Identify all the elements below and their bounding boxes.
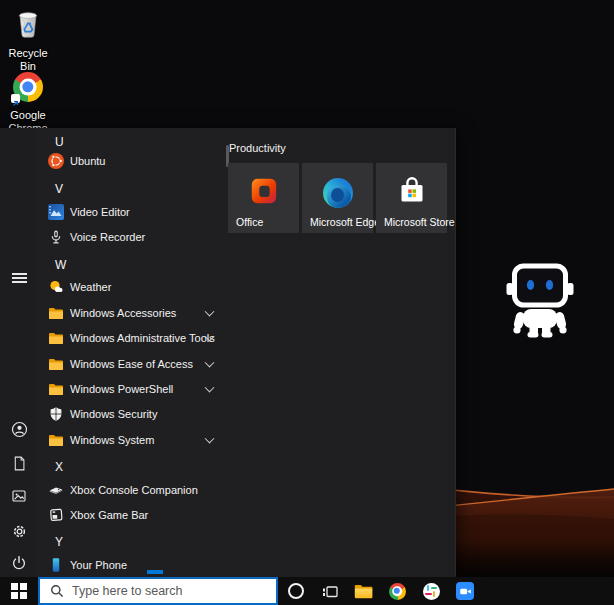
folder-icon [48,432,64,448]
task-view-button[interactable] [315,577,345,605]
taskbar [0,577,614,605]
app-item-label: Ubuntu [70,155,105,167]
folder-icon [48,356,64,372]
folder-icon [48,305,64,321]
section-letter-label: W [55,258,66,272]
app-item-windows-security[interactable]: Windows Security [36,402,228,426]
video-editor-icon [48,204,64,220]
desktop-icon-recycle-bin[interactable]: Recycle Bin [0,6,56,72]
taskbar-search-box[interactable] [38,577,278,605]
folder-item-windows-ease-of-access[interactable]: Windows Ease of Access [36,352,228,376]
section-letter-label: X [55,460,63,474]
folder-item-windows-accessories[interactable]: Windows Accessories [36,301,228,325]
app-item-xbox-console-companion[interactable]: Xbox Console Companion [36,478,228,502]
xbox-gamebar-icon [48,507,64,523]
app-item-your-phone[interactable]: Your Phone [36,553,228,577]
tile-label: Office [236,216,263,228]
folder-item-label: Windows PowerShell [70,383,173,395]
app-item-label: Xbox Game Bar [70,509,148,521]
document-icon [12,456,27,471]
app-item-weather[interactable]: Weather [36,275,228,299]
tile-area: Productivity Office [228,142,450,233]
voice-recorder-icon [48,229,64,245]
settings-button[interactable] [10,522,28,540]
pictures-button[interactable] [10,487,28,505]
folder-item-windows-powershell[interactable]: Windows PowerShell [36,377,228,401]
desktop: Recycle Bin Google Chrome [0,0,614,605]
file-explorer-icon [354,584,373,599]
robot-logo [506,262,574,340]
chevron-down-icon [205,358,215,368]
edge-logo-icon [323,178,353,208]
power-button[interactable] [10,554,28,572]
hamburger-icon [12,271,27,285]
app-item-ubuntu[interactable]: Ubuntu [36,149,228,173]
folder-icon [48,330,64,346]
folder-item-label: Windows System [70,434,154,446]
user-account-button[interactable] [10,420,28,438]
cortana-icon [288,583,304,599]
cortana-button[interactable] [281,577,311,605]
section-letter-y[interactable]: Y [36,530,228,554]
app-item-label: Your Phone [70,559,127,571]
app-item-xbox-game-bar[interactable]: Xbox Game Bar [36,503,228,527]
search-icon [50,584,64,598]
app-item-label: Video Editor [70,206,130,218]
file-explorer-button[interactable] [348,577,378,605]
documents-button[interactable] [10,454,28,472]
tile-microsoft-edge[interactable]: Microsoft Edge [302,163,373,233]
pictures-icon [11,488,27,504]
start-menu-rail [0,128,36,577]
tile-group-title[interactable]: Productivity [229,142,450,154]
user-icon [11,421,28,438]
folder-item-label: Windows Administrative Tools [70,332,215,344]
app-item-label: Voice Recorder [70,231,145,243]
chevron-down-icon [205,434,215,444]
zoom-icon [456,582,474,600]
folder-item-label: Windows Accessories [70,307,176,319]
section-letter-x[interactable]: X [36,455,228,479]
slack-button[interactable] [416,577,446,605]
search-input[interactable] [72,584,276,598]
app-item-video-editor[interactable]: Video Editor [36,200,228,224]
folder-item-label: Windows Ease of Access [70,358,193,370]
folder-item-windows-administrative-tools[interactable]: Windows Administrative Tools [36,326,228,350]
start-button[interactable] [0,577,38,605]
tile-microsoft-store[interactable]: Microsoft Store [376,163,447,233]
slack-icon [423,583,440,600]
app-item-label: Weather [70,281,111,293]
chrome-icon [389,583,406,600]
power-icon [11,555,27,571]
app-item-label: Xbox Console Companion [70,484,198,496]
task-view-icon [322,583,339,600]
recycle-bin-icon [12,6,44,40]
shield-icon [48,406,64,422]
tile-office[interactable]: Office [228,163,299,233]
chevron-down-icon [205,307,215,317]
xbox-console-icon [48,482,64,498]
desktop-icon-label: Recycle Bin [0,47,56,72]
desktop-icon-google-chrome[interactable]: Google Chrome [0,72,56,134]
office-logo-icon [249,176,279,210]
chevron-down-icon [205,383,215,393]
section-letter-w[interactable]: W [36,253,228,277]
shortcut-arrow-icon [11,94,20,103]
folder-item-windows-system[interactable]: Windows System [36,428,228,452]
store-logo-icon [397,176,427,210]
phone-icon [48,557,64,573]
app-item-voice-recorder[interactable]: Voice Recorder [36,225,228,249]
gear-icon [11,523,28,540]
chrome-taskbar-button[interactable] [382,577,412,605]
tile-label: Microsoft Edge [310,216,380,228]
tile-label: Microsoft Store [384,216,455,228]
windows-logo-icon [11,583,27,599]
expand-menu-button[interactable] [10,269,28,287]
section-letter-label: V [55,182,63,196]
start-menu: U Ubuntu V [0,128,456,577]
folder-icon [48,381,64,397]
zoom-button[interactable] [450,577,480,605]
section-letter-label: Y [55,535,63,549]
section-letter-v[interactable]: V [36,177,228,201]
section-letter-label: U [55,135,64,149]
horizontal-scrollbar-thumb[interactable] [147,570,163,574]
